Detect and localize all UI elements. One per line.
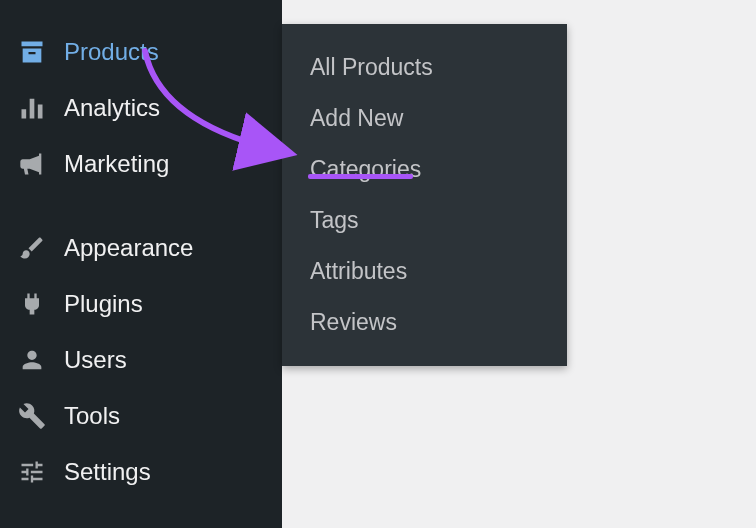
megaphone-icon	[16, 148, 48, 180]
sidebar-item-label: Plugins	[64, 290, 143, 318]
admin-sidebar: Products Analytics Marketing Appearance …	[0, 0, 282, 528]
sidebar-item-settings[interactable]: Settings	[0, 444, 282, 500]
submenu-item-label: Attributes	[310, 258, 407, 284]
submenu-item-attributes[interactable]: Attributes	[282, 246, 567, 297]
sidebar-item-plugins[interactable]: Plugins	[0, 276, 282, 332]
submenu-item-tags[interactable]: Tags	[282, 195, 567, 246]
user-icon	[16, 344, 48, 376]
products-submenu: All Products Add New Categories Tags Att…	[282, 24, 567, 366]
submenu-item-categories[interactable]: Categories	[282, 144, 567, 195]
archive-icon	[16, 36, 48, 68]
sidebar-item-analytics[interactable]: Analytics	[0, 80, 282, 136]
submenu-item-label: Reviews	[310, 309, 397, 335]
sidebar-item-label: Analytics	[64, 94, 160, 122]
sidebar-item-tools[interactable]: Tools	[0, 388, 282, 444]
submenu-item-reviews[interactable]: Reviews	[282, 297, 567, 348]
paint-brush-icon	[16, 232, 48, 264]
submenu-item-label: All Products	[310, 54, 433, 80]
submenu-item-add-new[interactable]: Add New	[282, 93, 567, 144]
plug-icon	[16, 288, 48, 320]
sidebar-item-users[interactable]: Users	[0, 332, 282, 388]
sidebar-item-label: Users	[64, 346, 127, 374]
submenu-item-label: Tags	[310, 207, 359, 233]
sliders-icon	[16, 456, 48, 488]
bar-chart-icon	[16, 92, 48, 124]
menu-separator	[0, 192, 282, 220]
sidebar-item-label: Products	[64, 38, 159, 66]
sidebar-item-appearance[interactable]: Appearance	[0, 220, 282, 276]
sidebar-item-marketing[interactable]: Marketing	[0, 136, 282, 192]
wrench-icon	[16, 400, 48, 432]
sidebar-item-label: Settings	[64, 458, 151, 486]
sidebar-item-label: Marketing	[64, 150, 169, 178]
submenu-item-label: Add New	[310, 105, 403, 131]
sidebar-item-label: Appearance	[64, 234, 193, 262]
submenu-item-all-products[interactable]: All Products	[282, 42, 567, 93]
sidebar-item-label: Tools	[64, 402, 120, 430]
sidebar-item-products[interactable]: Products	[0, 24, 282, 80]
submenu-item-label: Categories	[310, 156, 421, 182]
